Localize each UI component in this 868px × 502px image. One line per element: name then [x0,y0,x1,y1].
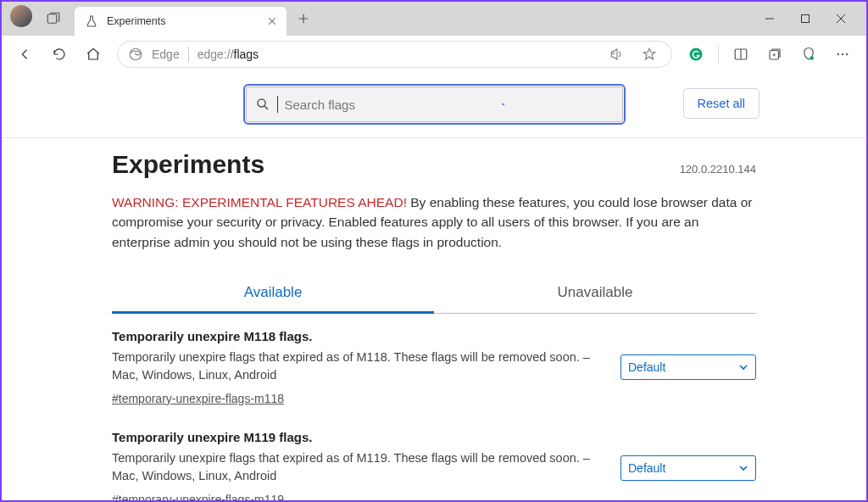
flag-anchor-link[interactable]: #temporary-unexpire-flags-m118 [112,392,284,405]
browser-tab-active[interactable]: Experiments [75,7,287,36]
address-divider [188,47,189,62]
chevron-down-icon [738,362,748,372]
flags-tabs: Available Unavailable [112,274,756,314]
svg-point-7 [810,56,815,60]
minimize-button[interactable] [763,12,776,25]
address-engine-label: Edge [152,47,180,61]
tab-available[interactable]: Available [112,274,434,314]
flag-item: Temporarily unexpire M118 flags. Tempora… [112,314,756,415]
svg-point-4 [690,47,703,60]
new-tab-button[interactable] [290,5,317,32]
window-controls [763,2,861,36]
svg-point-9 [842,53,843,54]
search-icon [255,97,270,112]
browser-toolbar: Edge edge://flags A⁾ [2,36,866,73]
window-titlebar: Experiments [2,2,866,36]
flag-anchor-link[interactable]: #temporary-unexpire-flags-m119 [112,493,284,500]
extension-grammarly-icon[interactable] [681,39,711,70]
edge-icon [128,47,143,62]
address-bar[interactable]: Edge edge://flags A⁾ [117,41,672,68]
maximize-button[interactable] [798,12,812,25]
flag-title: Temporarily unexpire M119 flags. [112,430,604,444]
more-menu-button[interactable] [827,39,858,70]
svg-point-11 [258,99,265,107]
favorite-button[interactable] [637,42,661,66]
flag-description: Temporarily unexpire flags that expired … [112,349,604,384]
browser-essentials-button[interactable] [793,39,824,70]
text-caret [277,96,278,113]
address-url: edge://flags [198,47,259,61]
warning-text: WARNING: EXPERIMENTAL FEATURES AHEAD! By… [112,192,756,252]
flag-state-select[interactable]: Default [620,354,756,380]
tab-unavailable[interactable]: Unavailable [434,274,756,313]
tab-title: Experiments [107,15,256,27]
search-input[interactable] [285,98,614,112]
reset-all-button[interactable]: Reset all [683,88,760,119]
home-button[interactable] [78,39,108,70]
svg-point-10 [846,53,848,54]
refresh-button[interactable] [44,39,75,70]
svg-rect-1 [802,15,810,23]
search-flags-box[interactable] [246,86,623,122]
svg-text:A⁾: A⁾ [611,50,616,55]
flag-title: Temporarily unexpire M118 flags. [112,329,604,343]
flag-state-select[interactable]: Default [620,455,756,481]
read-aloud-button[interactable]: A⁾ [605,42,629,66]
flag-description: Temporarily unexpire flags that expired … [112,449,604,485]
svg-point-8 [837,53,839,54]
back-button[interactable] [10,39,41,70]
svg-rect-0 [47,14,57,24]
profile-avatar[interactable] [10,5,32,27]
workspaces-button[interactable] [41,6,66,31]
flag-item: Temporarily unexpire M119 flags. Tempora… [112,415,756,500]
tab-close-button[interactable] [264,14,280,29]
search-row: Reset all [2,73,866,138]
chevron-down-icon [738,463,748,473]
page-title: Experiments [112,150,264,179]
split-screen-button[interactable] [726,39,756,70]
close-window-button[interactable] [834,12,848,25]
page-content: Reset all Experiments 120.0.2210.144 WAR… [2,73,866,500]
flask-icon [85,14,98,28]
version-label: 120.0.2210.144 [680,163,756,176]
collections-button[interactable] [760,39,790,70]
